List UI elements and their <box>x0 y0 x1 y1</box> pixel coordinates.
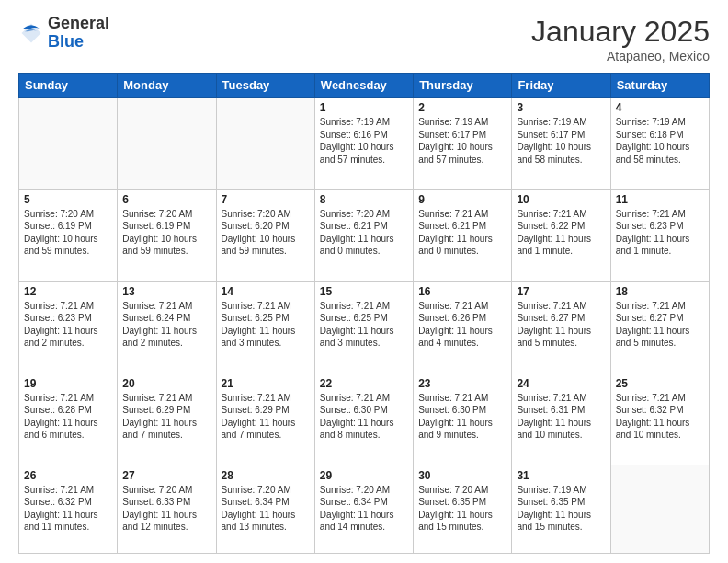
day-number: 5 <box>24 193 112 206</box>
title-block: January 2025 Atapaneo, Mexico <box>531 15 710 63</box>
day-number: 9 <box>418 193 506 206</box>
day-info: Sunrise: 7:20 AM Sunset: 6:33 PM Dayligh… <box>122 484 210 534</box>
day-info: Sunrise: 7:21 AM Sunset: 6:25 PM Dayligh… <box>320 300 408 350</box>
calendar-cell: 16Sunrise: 7:21 AM Sunset: 6:26 PM Dayli… <box>414 281 512 373</box>
calendar-cell <box>19 98 118 190</box>
day-info: Sunrise: 7:21 AM Sunset: 6:23 PM Dayligh… <box>24 300 112 350</box>
calendar-cell: 21Sunrise: 7:21 AM Sunset: 6:29 PM Dayli… <box>216 373 314 465</box>
day-number: 1 <box>320 101 408 114</box>
calendar-cell: 11Sunrise: 7:21 AM Sunset: 6:23 PM Dayli… <box>610 189 709 281</box>
day-info: Sunrise: 7:20 AM Sunset: 6:21 PM Dayligh… <box>320 208 408 258</box>
day-number: 25 <box>616 377 704 390</box>
day-number: 6 <box>122 193 210 206</box>
calendar-cell: 2Sunrise: 7:19 AM Sunset: 6:17 PM Daylig… <box>414 98 512 190</box>
location-subtitle: Atapaneo, Mexico <box>531 49 710 63</box>
calendar-cell: 23Sunrise: 7:21 AM Sunset: 6:30 PM Dayli… <box>414 373 512 465</box>
day-info: Sunrise: 7:19 AM Sunset: 6:17 PM Dayligh… <box>517 116 605 166</box>
calendar-cell: 28Sunrise: 7:20 AM Sunset: 6:34 PM Dayli… <box>216 465 314 553</box>
day-info: Sunrise: 7:20 AM Sunset: 6:19 PM Dayligh… <box>24 208 112 258</box>
calendar-cell: 22Sunrise: 7:21 AM Sunset: 6:30 PM Dayli… <box>314 373 413 465</box>
day-number: 2 <box>418 101 506 114</box>
calendar-week-4: 19Sunrise: 7:21 AM Sunset: 6:28 PM Dayli… <box>19 373 710 465</box>
calendar-cell: 5Sunrise: 7:20 AM Sunset: 6:19 PM Daylig… <box>19 189 118 281</box>
day-info: Sunrise: 7:21 AM Sunset: 6:24 PM Dayligh… <box>122 300 210 350</box>
day-info: Sunrise: 7:20 AM Sunset: 6:35 PM Dayligh… <box>418 484 506 534</box>
day-info: Sunrise: 7:19 AM Sunset: 6:17 PM Dayligh… <box>418 116 506 166</box>
logo: General Blue <box>18 15 109 52</box>
day-number: 21 <box>222 377 310 390</box>
day-info: Sunrise: 7:21 AM Sunset: 6:22 PM Dayligh… <box>517 208 605 258</box>
day-info: Sunrise: 7:21 AM Sunset: 6:27 PM Dayligh… <box>616 300 704 350</box>
day-number: 27 <box>122 469 210 482</box>
day-info: Sunrise: 7:21 AM Sunset: 6:31 PM Dayligh… <box>517 392 605 442</box>
month-title: January 2025 <box>531 15 710 49</box>
day-number: 17 <box>517 285 605 298</box>
day-number: 31 <box>517 469 605 482</box>
day-info: Sunrise: 7:19 AM Sunset: 6:35 PM Dayligh… <box>517 484 605 534</box>
day-number: 8 <box>320 193 408 206</box>
calendar-week-1: 1Sunrise: 7:19 AM Sunset: 6:16 PM Daylig… <box>19 98 710 190</box>
day-number: 29 <box>320 469 408 482</box>
day-info: Sunrise: 7:21 AM Sunset: 6:23 PM Dayligh… <box>616 208 704 258</box>
calendar-week-5: 26Sunrise: 7:21 AM Sunset: 6:32 PM Dayli… <box>19 465 710 553</box>
day-number: 12 <box>24 285 112 298</box>
day-info: Sunrise: 7:21 AM Sunset: 6:25 PM Dayligh… <box>222 300 310 350</box>
weekday-header-tuesday: Tuesday <box>216 74 314 98</box>
calendar-cell <box>216 98 314 190</box>
day-number: 7 <box>222 193 310 206</box>
calendar-cell: 6Sunrise: 7:20 AM Sunset: 6:19 PM Daylig… <box>118 189 216 281</box>
header: General Blue January 2025 Atapaneo, Mexi… <box>18 15 710 63</box>
weekday-header-friday: Friday <box>512 74 610 98</box>
day-info: Sunrise: 7:21 AM Sunset: 6:29 PM Dayligh… <box>122 392 210 442</box>
day-number: 16 <box>418 285 506 298</box>
day-info: Sunrise: 7:21 AM Sunset: 6:28 PM Dayligh… <box>24 392 112 442</box>
calendar-cell: 19Sunrise: 7:21 AM Sunset: 6:28 PM Dayli… <box>19 373 118 465</box>
day-number: 11 <box>616 193 704 206</box>
day-info: Sunrise: 7:21 AM Sunset: 6:27 PM Dayligh… <box>517 300 605 350</box>
day-number: 4 <box>616 101 704 114</box>
calendar-cell: 1Sunrise: 7:19 AM Sunset: 6:16 PM Daylig… <box>314 98 413 190</box>
weekday-header-thursday: Thursday <box>414 74 512 98</box>
calendar-cell: 3Sunrise: 7:19 AM Sunset: 6:17 PM Daylig… <box>512 98 610 190</box>
day-number: 22 <box>320 377 408 390</box>
weekday-header-wednesday: Wednesday <box>314 74 413 98</box>
day-number: 23 <box>418 377 506 390</box>
day-info: Sunrise: 7:21 AM Sunset: 6:30 PM Dayligh… <box>320 392 408 442</box>
day-info: Sunrise: 7:20 AM Sunset: 6:34 PM Dayligh… <box>222 484 310 534</box>
day-number: 10 <box>517 193 605 206</box>
calendar-cell <box>118 98 216 190</box>
day-info: Sunrise: 7:19 AM Sunset: 6:16 PM Dayligh… <box>320 116 408 166</box>
logo-blue-text: Blue <box>48 32 84 51</box>
calendar-cell: 29Sunrise: 7:20 AM Sunset: 6:34 PM Dayli… <box>314 465 413 553</box>
day-info: Sunrise: 7:21 AM Sunset: 6:30 PM Dayligh… <box>418 392 506 442</box>
calendar-header-row: SundayMondayTuesdayWednesdayThursdayFrid… <box>19 74 710 98</box>
calendar-cell: 24Sunrise: 7:21 AM Sunset: 6:31 PM Dayli… <box>512 373 610 465</box>
logo-general-text: General <box>48 14 109 32</box>
day-number: 18 <box>616 285 704 298</box>
day-number: 19 <box>24 377 112 390</box>
calendar-cell: 31Sunrise: 7:19 AM Sunset: 6:35 PM Dayli… <box>512 465 610 553</box>
calendar-cell: 17Sunrise: 7:21 AM Sunset: 6:27 PM Dayli… <box>512 281 610 373</box>
day-number: 26 <box>24 469 112 482</box>
calendar-cell: 27Sunrise: 7:20 AM Sunset: 6:33 PM Dayli… <box>118 465 216 553</box>
day-info: Sunrise: 7:21 AM Sunset: 6:32 PM Dayligh… <box>24 484 112 534</box>
day-info: Sunrise: 7:21 AM Sunset: 6:26 PM Dayligh… <box>418 300 506 350</box>
day-number: 28 <box>222 469 310 482</box>
calendar-cell: 14Sunrise: 7:21 AM Sunset: 6:25 PM Dayli… <box>216 281 314 373</box>
day-number: 20 <box>122 377 210 390</box>
calendar-cell: 4Sunrise: 7:19 AM Sunset: 6:18 PM Daylig… <box>610 98 709 190</box>
calendar-cell: 13Sunrise: 7:21 AM Sunset: 6:24 PM Dayli… <box>118 281 216 373</box>
calendar-cell: 18Sunrise: 7:21 AM Sunset: 6:27 PM Dayli… <box>610 281 709 373</box>
logo-text: General Blue <box>48 15 109 52</box>
calendar-cell: 8Sunrise: 7:20 AM Sunset: 6:21 PM Daylig… <box>314 189 413 281</box>
weekday-header-sunday: Sunday <box>19 74 118 98</box>
day-info: Sunrise: 7:20 AM Sunset: 6:20 PM Dayligh… <box>222 208 310 258</box>
calendar-cell: 10Sunrise: 7:21 AM Sunset: 6:22 PM Dayli… <box>512 189 610 281</box>
day-number: 3 <box>517 101 605 114</box>
calendar-cell: 7Sunrise: 7:20 AM Sunset: 6:20 PM Daylig… <box>216 189 314 281</box>
calendar-cell: 15Sunrise: 7:21 AM Sunset: 6:25 PM Dayli… <box>314 281 413 373</box>
calendar-cell: 9Sunrise: 7:21 AM Sunset: 6:21 PM Daylig… <box>414 189 512 281</box>
logo-icon <box>18 20 44 46</box>
calendar-cell: 25Sunrise: 7:21 AM Sunset: 6:32 PM Dayli… <box>610 373 709 465</box>
calendar-cell <box>610 465 709 553</box>
